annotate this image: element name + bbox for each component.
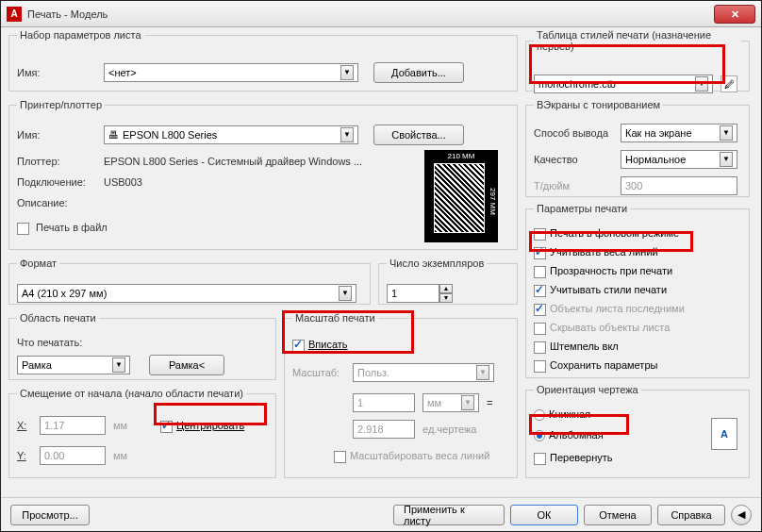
lineweights-label: Учитывать веса линий [550, 246, 658, 258]
orientation-group: Ориентация чертежа Книжная Альбомная Пер… [525, 384, 750, 478]
orientation-legend: Ориентация чертежа [534, 384, 641, 395]
plotter-value: EPSON L800 Series - Системный драйвер Wi… [104, 156, 362, 167]
save-params-checkbox[interactable] [534, 360, 546, 373]
center-checkbox[interactable] [160, 421, 173, 433]
printer-properties-button[interactable]: Свойства... [373, 125, 464, 145]
save-params-label: Сохранить параметры [550, 359, 657, 371]
paper-format-group: Формат A4 (210 x 297 мм)▼ [8, 258, 371, 305]
copies-spinner[interactable]: 1 ▲▼ [387, 284, 453, 303]
copies-group: Число экземпляров 1 ▲▼ [378, 258, 518, 305]
plot-scale-group: Масштаб печати Вписать Масштаб: Польз.▼ … [284, 312, 518, 478]
plot-style-combo[interactable]: monochrome.ctb▼ [534, 75, 713, 93]
paper-preview: 210 MM 297 MM [424, 150, 498, 242]
offset-y-field: 0.00 [40, 446, 106, 465]
help-button[interactable]: Справка [657, 505, 725, 525]
printer-name-label: Имя: [17, 129, 40, 141]
printer-icon: 🖶 [108, 129, 119, 141]
description-label: Описание: [17, 197, 68, 208]
viewports-legend: ВЭкраны с тонированием [534, 99, 663, 110]
plot-style-value: monochrome.ctb [538, 78, 616, 90]
paper-format-combo[interactable]: A4 (210 x 297 мм)▼ [17, 284, 356, 303]
print-dialog: A Печать - Модель ✕ Набор параметров лис… [0, 0, 762, 532]
titlebar[interactable]: A Печать - Модель ✕ [1, 1, 761, 27]
viewports-group: ВЭкраны с тонированием Способ вывода Как… [525, 99, 750, 197]
printer-legend: Принтер/плоттер [17, 99, 105, 110]
what-to-plot-combo[interactable]: Рамка▼ [17, 356, 130, 374]
scale-lw-checkbox [334, 451, 346, 463]
offset-y-unit: мм [113, 450, 127, 461]
add-page-setup-button[interactable]: Добавить... [373, 62, 464, 83]
paperspace-last-label: Объекты листа последними [550, 303, 685, 314]
scale-den-field: 2.918 [353, 420, 415, 439]
fit-to-paper-checkbox[interactable] [292, 340, 305, 352]
copies-legend: Число экземпляров [387, 258, 487, 269]
orientation-icon: A [711, 418, 737, 450]
stamp-label: Штемпель вкл [550, 341, 619, 352]
printer-group: Принтер/плоттер Имя: 🖶EPSON L800 Series▼… [8, 99, 518, 250]
plot-style-legend: Таблица стилей печати (назначение перьев… [534, 29, 741, 52]
plot-to-file-label: Печать в файл [36, 222, 108, 233]
port-label: Подключение: [17, 176, 86, 188]
scale-combo: Польз.▼ [353, 363, 494, 382]
upside-down-label: Перевернуть [550, 452, 613, 463]
landscape-radio[interactable] [534, 430, 545, 441]
expand-button[interactable]: ◀ [731, 505, 752, 525]
cancel-button[interactable]: Отмена [584, 505, 652, 525]
preview-button[interactable]: Просмотр... [10, 505, 90, 525]
page-setup-name-combo[interactable]: <нет>▼ [104, 63, 358, 82]
stamp-checkbox[interactable] [534, 341, 546, 354]
plot-style-edit-button[interactable]: 🖉 [721, 75, 737, 92]
ok-button[interactable]: ОК [510, 505, 578, 525]
shade-output-combo[interactable]: Как на экране▼ [621, 124, 737, 142]
printer-name-combo[interactable]: 🖶EPSON L800 Series▼ [104, 125, 358, 144]
transparency-checkbox[interactable] [534, 266, 546, 278]
preview-height-label: 297 MM [489, 188, 497, 215]
close-button[interactable]: ✕ [714, 5, 755, 24]
upside-down-checkbox[interactable] [534, 453, 546, 465]
chevron-down-icon: ▼ [720, 152, 733, 167]
dialog-footer: Просмотр... Применить к листу ОК Отмена … [1, 497, 761, 531]
lineweights-checkbox[interactable] [534, 247, 546, 259]
chevron-down-icon: ▼ [695, 76, 708, 91]
transparency-label: Прозрачность при печати [550, 265, 672, 276]
apply-to-layout-button[interactable]: Применить к листу [393, 505, 505, 525]
preview-page-icon [434, 163, 485, 233]
hide-objects-checkbox [534, 323, 546, 335]
chevron-down-icon: ▼ [476, 365, 489, 380]
quality-label: Качество [534, 154, 578, 165]
landscape-label: Альбомная [549, 429, 604, 441]
fit-to-paper-label: Вписать [308, 339, 348, 350]
scale-num-field: 1 [353, 393, 415, 412]
chevron-down-icon: ▼ [340, 65, 354, 80]
plot-style-group: Таблица стилей печати (назначение перьев… [525, 29, 750, 91]
scale-label: Масштаб: [292, 367, 340, 378]
page-setup-group: Набор параметров листа Имя: <нет>▼ Добав… [8, 29, 518, 91]
hide-objects-label: Скрывать объекты листа [550, 322, 670, 333]
shade-output-label: Способ вывода [534, 127, 608, 139]
spin-up-icon[interactable]: ▲ [439, 284, 453, 293]
window-pick-button[interactable]: Рамка< [149, 355, 224, 375]
portrait-label: Книжная [549, 408, 590, 420]
window-title: Печать - Модель [27, 8, 714, 20]
plot-area-legend: Область печати [17, 312, 99, 324]
center-label: Центрировать [176, 420, 244, 431]
chevron-down-icon: ▼ [339, 286, 352, 301]
printer-name-value: EPSON L800 Series [123, 129, 217, 141]
what-to-plot-label: Что печатать: [17, 337, 82, 348]
plotter-label: Плоттер: [17, 156, 60, 167]
offset-x-unit: мм [113, 420, 127, 431]
scale-lw-label: Масштабировать веса линий [350, 450, 489, 461]
chevron-down-icon: ▼ [461, 395, 474, 410]
bg-checkbox[interactable] [534, 228, 546, 241]
preview-width-label: 210 MM [424, 152, 498, 160]
bg-label: Печать в фоновом режиме [550, 227, 679, 239]
portrait-radio[interactable] [534, 409, 545, 421]
plot-styles-checkbox[interactable] [534, 285, 546, 297]
quality-combo[interactable]: Нормальное▼ [621, 150, 737, 169]
spin-down-icon[interactable]: ▼ [439, 293, 453, 303]
offset-x-field: 1.17 [40, 416, 106, 435]
offset-x-label: X: [17, 420, 26, 431]
page-setup-legend: Набор параметров листа [17, 29, 144, 41]
chevron-left-icon: ◀ [737, 508, 745, 521]
plot-to-file-checkbox[interactable] [17, 223, 29, 235]
